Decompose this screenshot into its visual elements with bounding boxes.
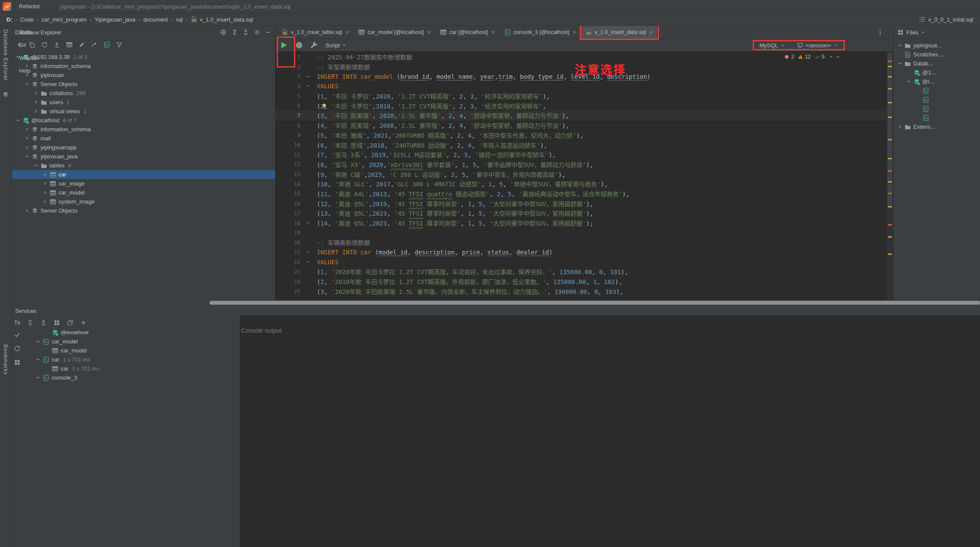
open-console-icon[interactable] bbox=[103, 41, 110, 48]
breadcrumb-item-file[interactable]: SQLv_1.0_insert_data.sql bbox=[189, 16, 254, 23]
jump-to-data-icon[interactable] bbox=[66, 41, 73, 48]
add-service-icon[interactable] bbox=[80, 319, 87, 326]
recent-file[interactable]: v_0_0_1_inital.sql bbox=[919, 16, 980, 23]
collapse-all-icon[interactable] bbox=[242, 29, 249, 36]
files-item-1[interactable]: @1… bbox=[893, 68, 980, 77]
dbtree-item-car-image[interactable]: car_image bbox=[12, 179, 275, 188]
dbtree-item-information-schema[interactable]: information_schema bbox=[12, 125, 275, 134]
stripe-mark[interactable] bbox=[888, 61, 892, 62]
splitter-handle[interactable] bbox=[210, 301, 980, 305]
chevron-right-icon[interactable] bbox=[33, 108, 40, 114]
menu-git[interactable]: Git bbox=[15, 39, 45, 52]
code-line-9[interactable]: 9(5, '本田 雅阁', 2021,'260TURBO 精英版', 2, 4,… bbox=[275, 130, 887, 140]
float-window-icon[interactable] bbox=[67, 319, 74, 326]
breadcrumb-item-sql[interactable]: sql bbox=[174, 16, 184, 23]
dbtree-item-system-image[interactable]: system_image bbox=[12, 197, 275, 206]
dbtree-item-mall[interactable]: mall bbox=[12, 134, 275, 143]
files-item-datab[interactable]: Datab… bbox=[893, 59, 980, 68]
stripe-database-explorer[interactable]: Database Explorer bbox=[3, 29, 9, 81]
session-dropdown[interactable]: <session> bbox=[794, 42, 841, 49]
script-dropdown[interactable]: Script bbox=[323, 42, 349, 49]
files-item-yipingxua[interactable]: yipingxua… bbox=[893, 41, 980, 50]
collapse-all-icon[interactable] bbox=[40, 319, 47, 326]
console-output-area[interactable] bbox=[240, 315, 980, 547]
code-line-13[interactable]: 13(9, '奔驰 C级',2025, 'C 260 L 运动版', 2, 5,… bbox=[275, 169, 887, 179]
close-tab-icon[interactable]: × bbox=[427, 29, 431, 36]
globe-icon[interactable] bbox=[220, 29, 227, 36]
code-line-12[interactable]: 12(8, '宝马 X3', 2020,'xDrive30i 豪华套装', 1,… bbox=[275, 160, 887, 170]
settings-icon[interactable] bbox=[254, 29, 260, 36]
stripe-mark[interactable] bbox=[888, 170, 892, 172]
chevron-right-icon[interactable] bbox=[42, 190, 49, 195]
menu-tools[interactable]: Tools bbox=[15, 26, 45, 39]
menu-refactor[interactable]: Refactor bbox=[15, 0, 45, 13]
error-stripe[interactable] bbox=[887, 51, 893, 300]
chevron-right-icon[interactable] bbox=[33, 90, 40, 96]
database-stripe-icon[interactable] bbox=[2, 91, 9, 98]
files-item-item[interactable] bbox=[893, 113, 980, 122]
chevron-right-icon[interactable] bbox=[24, 208, 31, 213]
dbtree-item-yipinxuan[interactable]: yipinxuan bbox=[12, 71, 275, 80]
code-line-19[interactable]: 19 bbox=[275, 228, 887, 238]
transaction-icon[interactable]: Tx bbox=[14, 320, 20, 326]
dbtree-item-tables[interactable]: tables4 bbox=[12, 161, 275, 170]
dbtree-item-information-schema[interactable]: information_schema bbox=[12, 62, 275, 71]
app-logo-icon[interactable]: IJ bbox=[3, 2, 11, 11]
inspections-widget[interactable]: 2 12 5 bbox=[782, 53, 842, 60]
fold-marker-icon[interactable] bbox=[304, 74, 312, 79]
filter-icon[interactable] bbox=[116, 41, 123, 48]
code-line-21[interactable]: 21INSERT INTO car (model_id, description… bbox=[275, 247, 887, 257]
breadcrumb-item-car-mini-program[interactable]: car_mini_program bbox=[40, 16, 88, 23]
close-tab-icon[interactable]: × bbox=[492, 29, 495, 36]
chevron-down-icon[interactable] bbox=[906, 79, 913, 84]
files-panel-title[interactable]: Files bbox=[906, 29, 918, 36]
tab-options-kebab-icon[interactable] bbox=[877, 29, 884, 36]
services-item-car-model[interactable]: car_model bbox=[23, 346, 238, 355]
menu-window[interactable]: Window bbox=[15, 52, 45, 65]
dbtree-item-yipingxuanapp[interactable]: yipingxuanapp bbox=[12, 143, 275, 152]
tab-car-localhost[interactable]: car [@localhost]× bbox=[436, 26, 500, 39]
stripe-mark[interactable] bbox=[888, 117, 892, 118]
stripe-mark[interactable] bbox=[888, 66, 892, 67]
dbtree-item-server-objects[interactable]: Server Objects bbox=[12, 80, 275, 89]
stripe-mark[interactable] bbox=[888, 236, 892, 238]
stripe-bookmarks[interactable]: Bookmarks bbox=[3, 344, 9, 375]
code-line-14[interactable]: 14(10, '奔驰 GLC', 2017,'GLC 300 L 4MATIC … bbox=[275, 179, 887, 189]
code-line-4[interactable]: 4VALUES bbox=[275, 81, 887, 91]
close-tab-icon[interactable]: × bbox=[572, 29, 576, 36]
stripe-mark[interactable] bbox=[888, 76, 892, 77]
chevron-right-icon[interactable] bbox=[24, 127, 31, 132]
fold-marker-icon[interactable] bbox=[304, 260, 312, 265]
files-item-l[interactable]: @l… bbox=[893, 77, 980, 86]
code-line-11[interactable]: 11(7, '宝马 3系', 2019,'325Li M运动套装', 2, 5,… bbox=[275, 150, 887, 160]
stripe-mark[interactable] bbox=[888, 102, 892, 103]
files-item-item[interactable] bbox=[893, 95, 980, 104]
files-item-item[interactable] bbox=[893, 104, 980, 113]
layout-icon[interactable] bbox=[14, 359, 21, 366]
chevron-right-icon[interactable] bbox=[33, 99, 40, 105]
code-line-8[interactable]: 8(4, '丰田 凯美瑞', 2008,'2.5L 豪华版', 2, 4, '舒… bbox=[275, 121, 887, 130]
close-tab-icon[interactable]: × bbox=[649, 29, 653, 36]
dbtree-item-server-objects[interactable]: Server Objects bbox=[12, 206, 275, 215]
breadcrumb-item-yipingxuan-java[interactable]: Yipingxuan_java bbox=[93, 16, 137, 23]
expand-all-icon[interactable] bbox=[27, 319, 34, 326]
check-icon[interactable] bbox=[14, 331, 21, 338]
stripe-mark[interactable] bbox=[888, 88, 892, 90]
tab-v-1-0-creat-table-sql[interactable]: SQLv_1.0_creat_table.sql× bbox=[277, 26, 354, 39]
code-line-20[interactable]: 20-- 车辆表新增数据 bbox=[275, 238, 887, 247]
dbtree-item-yipinxuan-java[interactable]: yipinxuan_java bbox=[12, 152, 275, 161]
dbtree-item-192-168-3-39[interactable]: @192.168.3.392 of 3 bbox=[12, 53, 275, 62]
tab-v-1-0-insert-data-sql[interactable]: SQLv_1.0_insert_data.sql× bbox=[581, 26, 658, 39]
hide-panel-icon[interactable] bbox=[265, 29, 272, 36]
next-problem-icon[interactable] bbox=[835, 54, 841, 59]
chevron-down-icon[interactable] bbox=[921, 30, 926, 35]
code-line-16[interactable]: 16(12, '奥迪 Q5L',2019, '45 TFSI 尊享时尚型', 1… bbox=[275, 198, 887, 208]
dbtree-item-car[interactable]: car bbox=[12, 170, 275, 179]
close-tab-icon[interactable]: × bbox=[346, 29, 349, 36]
chevron-down-icon[interactable] bbox=[33, 163, 40, 168]
breadcrumb-item-code[interactable]: Code bbox=[19, 16, 35, 23]
stripe-mark[interactable] bbox=[888, 206, 892, 207]
dbtree-item-localhost[interactable]: @localhost4 of 7 bbox=[12, 116, 275, 125]
stripe-mark[interactable] bbox=[888, 158, 892, 159]
files-item-extens[interactable]: Extens… bbox=[893, 122, 980, 131]
